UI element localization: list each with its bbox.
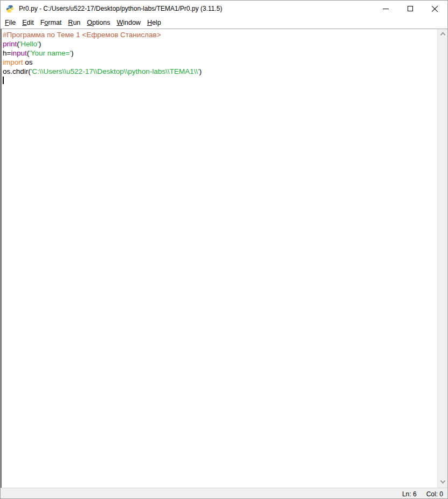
scroll-down-icon[interactable] xyxy=(440,479,445,484)
code-token-keyword: import xyxy=(3,58,23,66)
code-token-string: 'Your name=' xyxy=(29,49,71,57)
close-button[interactable] xyxy=(423,1,447,17)
code-line xyxy=(3,76,437,85)
text-editor[interactable]: #Программа по Теме 1 <Ефремов Станислав>… xyxy=(2,29,437,488)
code-token-plain: ) xyxy=(39,40,42,48)
editor-area: #Программа по Теме 1 <Ефремов Станислав>… xyxy=(1,29,447,488)
code-line: os.chdir('C:\\Users\\u522-17\\Desktop\\p… xyxy=(3,67,437,76)
code-token-string: 'C:\\Users\\u522-17\\Desktop\\python-lab… xyxy=(31,67,199,75)
code-token-plain: os xyxy=(23,58,33,66)
code-token-plain: h= xyxy=(3,49,11,57)
menu-bar: FileEditFormatRunOptionsWindowHelp xyxy=(1,17,447,29)
menu-item-help[interactable]: Help xyxy=(144,17,164,28)
code-token-plain: ) xyxy=(71,49,74,57)
code-line: h=input('Your name=') xyxy=(3,48,437,58)
text-caret xyxy=(3,77,4,84)
title-bar[interactable]: Pr0.py - C:/Users/u522-17/Desktop/python… xyxy=(1,1,447,17)
menu-item-options[interactable]: Options xyxy=(84,17,113,28)
maximize-icon xyxy=(408,6,413,11)
menu-item-run[interactable]: Run xyxy=(65,17,84,28)
window-controls xyxy=(373,1,447,17)
vertical-scrollbar[interactable] xyxy=(437,29,447,488)
code-token-plain: os.chdir( xyxy=(3,67,31,75)
idle-editor-window: { "window": { "title": "Pr0.py - C:/User… xyxy=(0,0,448,499)
code-line: import os xyxy=(3,58,437,67)
code-token-builtin: print xyxy=(3,40,17,48)
line-indicator: Ln: 6 xyxy=(402,490,417,498)
minimize-button[interactable] xyxy=(373,1,398,17)
code-token-comment: #Программа по Теме 1 <Ефремов Станислав> xyxy=(3,31,161,39)
minimize-icon xyxy=(383,9,389,9)
python-file-icon xyxy=(5,4,15,13)
window-title: Pr0.py - C:/Users/u522-17/Desktop/python… xyxy=(19,5,373,12)
scroll-up-icon[interactable] xyxy=(440,32,445,38)
code-token-plain: ) xyxy=(199,67,202,75)
code-content: #Программа по Теме 1 <Ефремов Станислав>… xyxy=(2,29,437,85)
menu-item-format[interactable]: Format xyxy=(37,17,65,28)
column-indicator: Col: 0 xyxy=(426,490,443,498)
menu-item-file[interactable]: File xyxy=(2,17,19,28)
status-bar: Ln: 6 Col: 0 xyxy=(1,488,447,499)
code-token-string: 'Hello' xyxy=(19,40,39,48)
code-token-builtin: input xyxy=(11,49,26,57)
code-line: print('Hello') xyxy=(3,39,437,48)
maximize-button[interactable] xyxy=(398,1,423,17)
code-line: #Программа по Теме 1 <Ефремов Станислав> xyxy=(3,30,437,39)
menu-item-edit[interactable]: Edit xyxy=(19,17,37,28)
menu-item-window[interactable]: Window xyxy=(113,17,143,28)
close-icon xyxy=(432,5,438,12)
